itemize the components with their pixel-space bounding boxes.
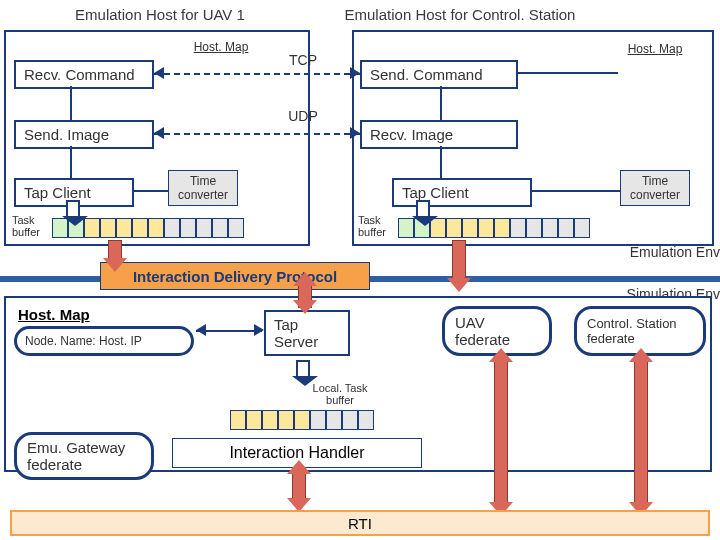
- emu-gateway-node: Emu. Gateway federate: [14, 432, 154, 480]
- tcp-link: [154, 73, 360, 75]
- idp-bar: Interaction Delivery Protocol: [100, 262, 370, 290]
- cs-task-buffer-label: Task buffer: [358, 214, 386, 238]
- cs-hostmap-label: Host. Map: [620, 42, 690, 56]
- udp-link: [154, 133, 360, 135]
- uav1-hostmap-label: Host. Map: [186, 40, 256, 54]
- tcp-label: TCP: [280, 52, 326, 68]
- cs-tap-client-node: Tap Client: [392, 178, 532, 207]
- recv-command-node: Recv. Command: [14, 60, 154, 89]
- uav1-time-converter: Time converter: [168, 170, 238, 206]
- local-task-buffer: [230, 410, 374, 430]
- cs-time-converter: Time converter: [620, 170, 690, 206]
- uav1-host-title: Emulation Host for UAV 1: [40, 6, 280, 23]
- recv-image-node: Recv. Image: [360, 120, 518, 149]
- cs-host-title: Emulation Host for Control. Station: [310, 6, 610, 23]
- sim-hostmap-node: Node. Name: Host. IP: [14, 326, 194, 356]
- cs-down-arrow: [452, 240, 466, 282]
- sim-hostmap-title: Host. Map: [18, 306, 90, 323]
- rti-bar: RTI: [10, 510, 710, 536]
- tap-server-node: Tap Server: [264, 310, 350, 356]
- uav1-task-buffer-label: Task buffer: [12, 214, 40, 238]
- send-image-node: Send. Image: [14, 120, 154, 149]
- emulation-env-label: Emulation Env: [604, 244, 720, 260]
- send-command-node: Send. Command: [360, 60, 518, 89]
- udp-label: UDP: [280, 108, 326, 124]
